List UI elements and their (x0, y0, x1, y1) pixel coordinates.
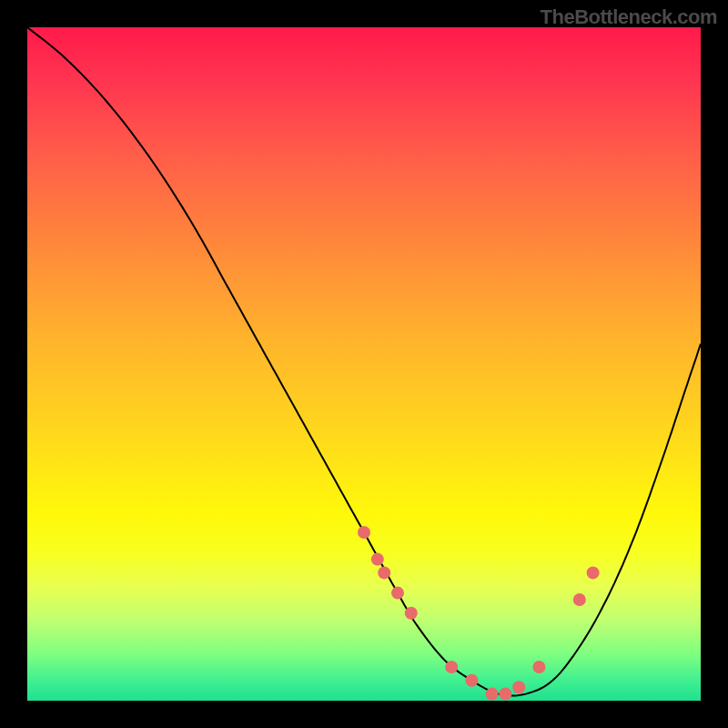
data-marker (512, 681, 525, 693)
data-marker (573, 593, 586, 606)
data-marker (358, 526, 370, 539)
data-markers (358, 526, 600, 701)
data-marker (499, 688, 511, 701)
data-marker (405, 607, 418, 620)
data-marker (378, 566, 390, 579)
data-marker (391, 587, 404, 600)
bottleneck-curve (27, 27, 701, 696)
watermark-text: TheBottleneck.com (541, 5, 717, 29)
plot-area (27, 27, 701, 701)
data-marker (371, 553, 384, 566)
data-marker (445, 661, 458, 673)
data-marker (587, 566, 600, 579)
data-marker (532, 661, 545, 673)
data-marker (486, 688, 499, 701)
data-marker (465, 674, 478, 687)
chart-svg (27, 27, 701, 701)
